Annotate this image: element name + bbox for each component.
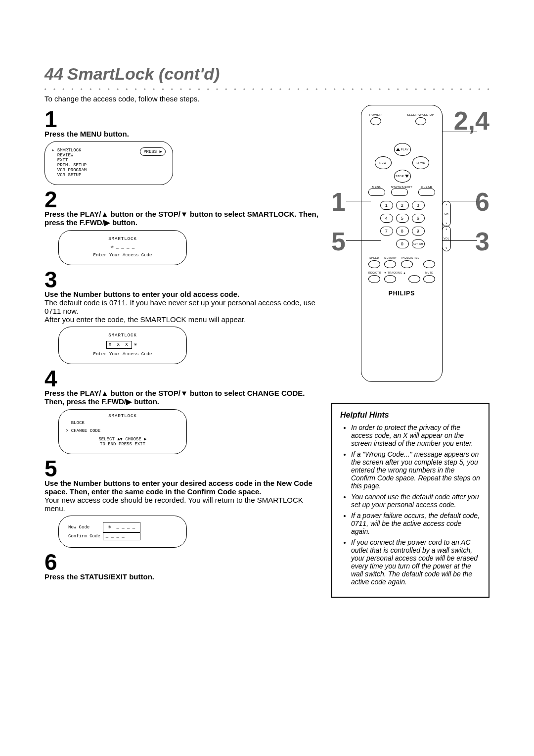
hint-item: You cannot use the default code after yo… <box>351 493 481 509</box>
num-8[interactable]: 8 <box>396 227 409 236</box>
brand-label: PHILIPS <box>366 290 437 297</box>
code-box: X X X <box>106 341 132 349</box>
menu-button[interactable] <box>368 189 385 196</box>
osd-main-menu: PRESS ▶ ▸ SMARTLOCK REVIEW EXIT PRIM. SE… <box>44 141 173 185</box>
num-5[interactable]: 5 <box>396 214 409 223</box>
osd-change-code: New Code ✳_ _ _ _ Confirm Code _ _ _ _ <box>58 516 187 548</box>
cursor-icon: ✳ <box>134 342 137 347</box>
stop-button[interactable]: STOP <box>394 170 411 183</box>
osd-item: VCR SETUP <box>52 173 166 178</box>
power-button[interactable] <box>370 117 381 125</box>
remote-diagram: 2,4 1 5 6 3 POWER SLEEP/WAKE UP PLAY REW… <box>331 105 490 397</box>
callout-1: 1 <box>331 189 346 215</box>
cursor-icon: ✳ <box>111 244 114 249</box>
hints-title: Helpful Hints <box>340 411 481 420</box>
hint-item: If a "Wrong Code..." message appears on … <box>351 450 481 490</box>
osd-item: PRIM. SETUP <box>52 163 166 168</box>
new-code-box: ✳_ _ _ _ <box>103 522 140 532</box>
remote-body: POWER SLEEP/WAKE UP PLAY REW F.FWD STOP … <box>361 105 443 382</box>
confirm-code-label: Confirm Code <box>66 532 103 540</box>
step-6-number: 6 <box>44 551 319 573</box>
altch-button[interactable]: ALT CH <box>412 239 425 248</box>
sleep-button[interactable] <box>415 117 426 125</box>
step-2-title: Press the PLAY/▲ button or the STOP/▼ bu… <box>44 210 319 227</box>
num-0[interactable]: 0 <box>396 239 409 248</box>
step-6-title: Press the STATUS/EXIT button. <box>44 572 319 581</box>
mute-button[interactable] <box>423 275 435 283</box>
osd-item: VCR PROGRAM <box>52 168 166 173</box>
osd-smartlock-entered: SMARTLOCK X X X✳ Enter Your Access Code <box>58 327 187 364</box>
pause-button[interactable] <box>401 260 413 268</box>
code-placeholder: _ _ _ _ <box>116 245 134 250</box>
intro-text: To change the access code, follow these … <box>44 94 490 103</box>
step-5-title: Use the Number buttons to enter your des… <box>44 479 319 496</box>
new-code-label: New Code <box>66 522 103 532</box>
page-number: 44 <box>44 64 63 84</box>
rec-button[interactable] <box>368 275 380 283</box>
step-1-title: Press the MENU button. <box>44 130 319 138</box>
ffwd-button[interactable]: F.FWD <box>412 156 429 169</box>
step-3-body-1: The default code is 0711. If you have ne… <box>44 298 319 315</box>
hint-item: In order to protect the privacy of the a… <box>351 424 481 447</box>
play-button[interactable]: PLAY <box>394 143 411 156</box>
num-1[interactable]: 1 <box>380 201 393 210</box>
step-4-number: 4 <box>44 367 319 390</box>
status-exit-button[interactable] <box>391 189 408 196</box>
osd-footer: TO END PRESS EXIT <box>66 442 179 447</box>
hint-item: If you connect the power cord to an AC o… <box>351 538 481 586</box>
callout-3: 3 <box>475 229 490 254</box>
step-1-number: 1 <box>44 108 319 131</box>
callout-5: 5 <box>331 229 346 254</box>
osd-item: > CHANGE CODE <box>66 428 179 433</box>
page-header: 44 SmartLock (cont'd) <box>44 64 490 84</box>
step-3-number: 3 <box>44 268 319 291</box>
status-label: STATUS/EXIT <box>391 186 412 189</box>
osd-title: SMARTLOCK <box>66 333 179 338</box>
osd-title: SMARTLOCK <box>66 236 179 241</box>
power-label: POWER <box>369 113 382 116</box>
num-9[interactable]: 9 <box>412 227 425 236</box>
clear-label: CLEAR <box>421 186 433 189</box>
callout-6: 6 <box>475 189 490 215</box>
dotted-rule: • • • • • • • • • • • • • • • • • • • • … <box>44 87 490 90</box>
osd-title: SMARTLOCK <box>66 414 179 419</box>
clear-button[interactable] <box>418 189 435 196</box>
osd-smartlock-menu: SMARTLOCK BLOCK > CHANGE CODE SELECT ▲▼ … <box>58 409 187 454</box>
num-4[interactable]: 4 <box>380 214 393 223</box>
menu-label: MENU <box>372 186 382 189</box>
step-5-number: 5 <box>44 457 319 480</box>
num-3[interactable]: 3 <box>412 201 425 210</box>
osd-footer: SELECT ▲▼ CHOOSE ▶ <box>66 436 179 442</box>
vol-rocker[interactable]: ∧VOL∨ <box>442 226 451 251</box>
callout-2-4: 2,4 <box>454 108 490 134</box>
sleep-label: SLEEP/WAKE UP <box>407 113 434 116</box>
osd-prompt: Enter Your Access Code <box>66 352 179 357</box>
tracking-down-button[interactable] <box>384 275 396 283</box>
hint-item: If a power failure occurs, the default c… <box>351 512 481 535</box>
num-2[interactable]: 2 <box>396 201 409 210</box>
step-4-title: Press the PLAY/▲ button or the STOP/▼ bu… <box>44 389 319 406</box>
confirm-code-box: _ _ _ _ <box>103 532 140 540</box>
memory-button[interactable] <box>384 260 396 268</box>
speed-button[interactable] <box>368 260 380 268</box>
press-badge: PRESS ▶ <box>140 147 166 156</box>
page-title: SmartLock (cont'd) <box>67 64 220 84</box>
rew-button[interactable]: REW <box>375 156 392 169</box>
step-3-title: Use the Number buttons to enter your old… <box>44 290 319 298</box>
transport-pad: PLAY REW F.FWD STOP <box>375 143 429 183</box>
num-6[interactable]: 6 <box>412 214 425 223</box>
number-pad: 1 2 3 4 5 6 7 8 9 0 ALT CH ∧CH∨ ∧VOL∨ <box>366 201 437 248</box>
step-5-body: Your new access code should be recorded.… <box>44 496 319 513</box>
extra-button[interactable] <box>423 260 435 268</box>
osd-smartlock-enter: SMARTLOCK ✳_ _ _ _ Enter Your Access Cod… <box>58 230 187 265</box>
tracking-up-button[interactable] <box>408 275 420 283</box>
osd-item: EXIT <box>52 158 166 163</box>
osd-prompt: Enter Your Access Code <box>66 253 179 258</box>
num-7[interactable]: 7 <box>380 227 393 236</box>
step-3-body-2: After you enter the code, the SMARTLOCK … <box>44 315 319 324</box>
step-2-number: 2 <box>44 188 319 211</box>
osd-item: BLOCK <box>66 421 179 425</box>
helpful-hints-box: Helpful Hints In order to protect the pr… <box>331 403 490 598</box>
ch-rocker[interactable]: ∧CH∨ <box>442 201 451 227</box>
